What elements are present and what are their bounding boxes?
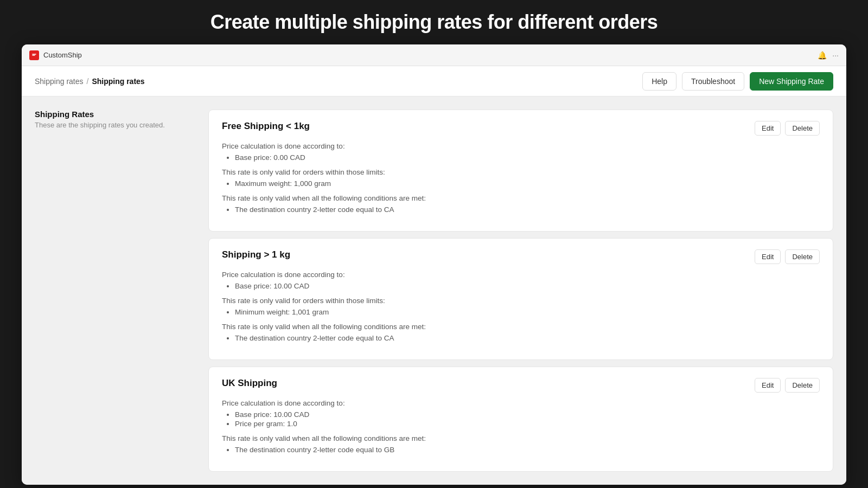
limits-label: This rate is only valid for orders withi… xyxy=(222,168,820,176)
price-label: Price calculation is done according to: xyxy=(222,142,820,150)
list-item: Base price: 10.00 CAD xyxy=(235,410,820,419)
rate-card-actions: Edit Delete xyxy=(755,249,820,264)
nav-actions: Help Troubleshoot New Shipping Rate xyxy=(642,72,833,91)
price-items: Base price: 0.00 CAD xyxy=(222,153,820,162)
delete-button[interactable]: Delete xyxy=(785,249,820,264)
list-item: Base price: 0.00 CAD xyxy=(235,153,820,162)
breadcrumb-parent[interactable]: Shipping rates xyxy=(35,77,84,86)
price-items: Base price: 10.00 CADPrice per gram: 1.0 xyxy=(222,410,820,428)
rate-card: Shipping > 1 kg Edit Delete Price calcul… xyxy=(208,238,833,360)
title-bar: CustomShip 🔔 ··· xyxy=(22,44,846,66)
app-window: CustomShip 🔔 ··· Shipping rates / Shippi… xyxy=(22,44,846,485)
sidebar-title: Shipping Rates xyxy=(35,110,197,119)
breadcrumb-current: Shipping rates xyxy=(92,77,144,86)
app-name: CustomShip xyxy=(43,51,813,59)
list-item: Minimum weight: 1,001 gram xyxy=(235,308,820,316)
app-logo xyxy=(29,50,39,60)
help-button[interactable]: Help xyxy=(642,72,676,91)
rate-card-title: Shipping > 1 kg xyxy=(222,249,290,260)
limits-items: Maximum weight: 1,000 gram xyxy=(222,179,820,188)
conditions-label: This rate is only valid when all the fol… xyxy=(222,323,820,331)
conditions-items: The destination country 2-letter code eq… xyxy=(222,206,820,214)
edit-button[interactable]: Edit xyxy=(755,378,781,393)
conditions-items: The destination country 2-letter code eq… xyxy=(222,334,820,342)
list-item: The destination country 2-letter code eq… xyxy=(235,446,820,454)
rates-list: Free Shipping < 1kg Edit Delete Price ca… xyxy=(208,110,833,472)
price-label: Price calculation is done according to: xyxy=(222,271,820,279)
list-item: The destination country 2-letter code eq… xyxy=(235,334,820,342)
bell-icon[interactable]: 🔔 xyxy=(818,51,827,60)
sidebar: Shipping Rates These are the shipping ra… xyxy=(35,110,197,472)
limits-label: This rate is only valid for orders withi… xyxy=(222,297,820,305)
rate-card-header: UK Shipping Edit Delete xyxy=(222,378,820,393)
list-item: Maximum weight: 1,000 gram xyxy=(235,179,820,188)
price-label: Price calculation is done according to: xyxy=(222,399,820,407)
conditions-label: This rate is only valid when all the fol… xyxy=(222,194,820,202)
rate-card-header: Free Shipping < 1kg Edit Delete xyxy=(222,121,820,136)
rate-card-header: Shipping > 1 kg Edit Delete xyxy=(222,249,820,264)
rate-card-actions: Edit Delete xyxy=(755,121,820,136)
conditions-items: The destination country 2-letter code eq… xyxy=(222,446,820,454)
new-shipping-rate-button[interactable]: New Shipping Rate xyxy=(750,72,833,91)
more-icon[interactable]: ··· xyxy=(832,51,839,60)
rate-card-actions: Edit Delete xyxy=(755,378,820,393)
list-item: The destination country 2-letter code eq… xyxy=(235,206,820,214)
breadcrumb: Shipping rates / Shipping rates xyxy=(35,77,145,86)
edit-button[interactable]: Edit xyxy=(755,249,781,264)
price-items: Base price: 10.00 CAD xyxy=(222,282,820,290)
title-bar-actions: 🔔 ··· xyxy=(818,51,839,60)
list-item: Base price: 10.00 CAD xyxy=(235,282,820,290)
list-item: Price per gram: 1.0 xyxy=(235,420,820,428)
hero-title: Create multiple shipping rates for diffe… xyxy=(200,11,669,34)
troubleshoot-button[interactable]: Troubleshoot xyxy=(682,72,744,91)
rate-card-title: Free Shipping < 1kg xyxy=(222,121,310,132)
main-content: Shipping Rates These are the shipping ra… xyxy=(22,97,846,485)
breadcrumb-separator: / xyxy=(87,77,89,86)
conditions-label: This rate is only valid when all the fol… xyxy=(222,434,820,442)
delete-button[interactable]: Delete xyxy=(785,121,820,136)
rate-card-title: UK Shipping xyxy=(222,378,277,389)
nav-bar: Shipping rates / Shipping rates Help Tro… xyxy=(22,66,846,97)
delete-button[interactable]: Delete xyxy=(785,378,820,393)
limits-items: Minimum weight: 1,001 gram xyxy=(222,308,820,316)
rate-card: UK Shipping Edit Delete Price calculatio… xyxy=(208,367,833,472)
sidebar-subtitle: These are the shipping rates you created… xyxy=(35,121,197,129)
rate-card: Free Shipping < 1kg Edit Delete Price ca… xyxy=(208,110,833,232)
edit-button[interactable]: Edit xyxy=(755,121,781,136)
